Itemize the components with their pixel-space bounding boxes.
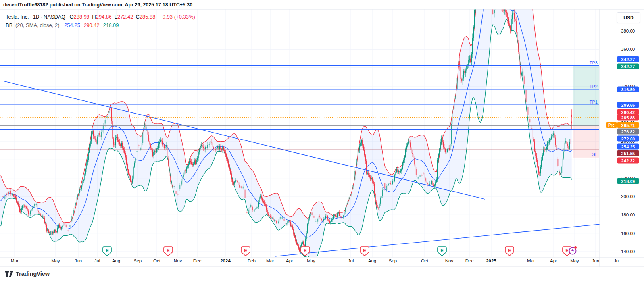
symbol-legend-row[interactable]: Tesla, Inc.·1D·NASDAQ O288.98H294.86L272… [6,13,195,21]
notification-dot [574,246,577,249]
zone-label-tp2: TP2 [582,84,598,89]
tradingview-logo-icon [5,270,13,277]
earnings-badge[interactable]: E [438,247,446,256]
tradingview-logo-text: TradingView [16,271,50,277]
price-badge: 290.42 [617,109,639,115]
ohlc-value: 294.86 [96,14,112,20]
time-label: Sep [380,258,406,263]
svg-text:E: E [565,248,569,253]
earnings-badge[interactable]: E [505,247,514,256]
price-badge: 251.55 [617,150,639,156]
earnings-badge[interactable]: E [241,247,250,256]
ohlc-key: L [114,14,117,20]
price-badge: 285.71 [617,122,639,128]
svg-text:E: E [304,248,307,253]
horizontal-lines[interactable] [0,65,599,149]
price-tick: 200.00 [621,194,644,199]
svg-text:E: E [244,248,247,253]
ohlc-key: H [92,14,96,20]
price-badge: 316.59 [617,87,639,92]
price-tick: 140.00 [621,249,644,254]
exchange-label: NASDAQ [44,14,65,20]
indicator-value: 290.42 [84,22,100,28]
tradingview-logo[interactable]: TradingView [5,270,50,277]
ohlc-value: 272.42 [117,14,133,20]
earnings-badge[interactable]: E [164,247,173,256]
price-badge: 342.27 [617,64,639,69]
timeframe-label: 1D [33,14,40,20]
legend-separator: · [29,14,33,20]
indicator-params: (20, SMA, close, 2) [15,22,60,28]
indicator-value: 218.09 [103,22,119,28]
premarket-tag: Pre [606,122,617,128]
indicator-values: 254.25290.42218.09 [61,22,119,28]
time-label: Mar [2,258,27,263]
earnings-markers[interactable]: EEEEEEEEϟ [103,246,577,255]
target-zone [573,65,599,126]
time-label: Dec [185,258,210,263]
zone-label-tp1: TP1 [582,100,598,104]
price-tick: 180.00 [621,212,644,217]
symbol-title: Tesla, Inc. [6,14,29,20]
time-label: Mar [518,258,544,263]
time-label: 2024 [213,258,238,263]
svg-text:E: E [440,248,444,253]
ohlc-key: C [136,14,139,20]
price-badge: 276.82 [617,129,639,135]
svg-text:E: E [508,248,511,253]
earnings-badge[interactable]: E [360,247,369,256]
bollinger-fill [0,0,572,261]
price-tick: 360.00 [621,47,644,52]
indicator-value: 254.25 [64,22,80,28]
indicator-name: BB [6,22,12,28]
price-tick: 380.00 [621,29,644,33]
time-label: Oct [412,258,437,263]
time-label: Ju [604,258,629,263]
price-badge: 285.88 [617,115,639,121]
svg-text:E: E [106,248,109,253]
legend-separator: · [40,14,44,20]
svg-text:E: E [167,248,170,253]
svg-text:ϟ: ϟ [571,248,574,253]
time-label: May [298,258,324,263]
ohlc-value: 288.98 [74,14,90,20]
chart-canvas[interactable]: EEEEEEEEϟ [0,0,644,281]
price-badge: 272.60 [617,136,639,142]
chart-legend[interactable]: Tesla, Inc.·1D·NASDAQ O288.98H294.86L272… [6,13,195,29]
currency-toggle-button[interactable]: USD [617,12,640,23]
position-zones[interactable] [573,65,599,158]
tradingview-published-chart: decentTruffle68182 published on TradingV… [0,0,644,281]
zone-label-tp3: TP3 [582,60,598,65]
price-badge: 218.09 [617,178,639,184]
price-badge: 242.32 [617,158,639,164]
ohlc-value: 285.88 [140,14,156,20]
bollinger-bands [0,0,572,261]
ohlc-key: O [69,14,73,20]
earnings-badge[interactable]: E [103,247,111,256]
time-label: 2025 [479,258,504,263]
indicator-legend-row[interactable]: BB (20, SMA, close, 2) 254.25290.42218.0… [6,21,195,29]
ohlc-values: O288.98H294.86L272.42C285.88 [67,14,155,20]
price-tick: 160.00 [621,231,644,236]
price-badge: 254.25 [617,144,639,150]
price-badge: 342.27 [617,56,639,62]
change-value: +0.93 (+0.33%) [160,14,195,20]
time-label: May [43,258,68,263]
zone-label-sl: SL [582,152,598,157]
price-badge: 299.66 [617,102,639,108]
svg-text:E: E [363,248,366,253]
